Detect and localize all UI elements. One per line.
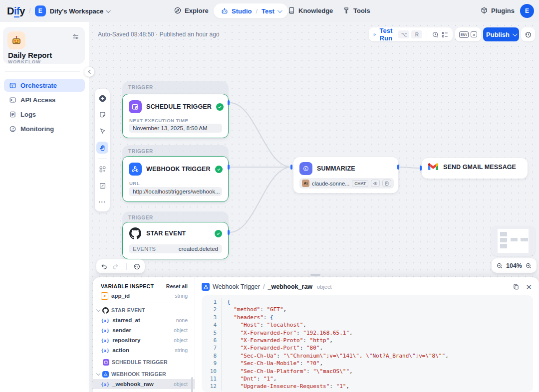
variable-name: app_id [111, 293, 172, 299]
anthropic-icon: A\ [302, 180, 309, 187]
monitoring-icon [9, 125, 16, 133]
code-line-8: 8 "Sec-Ch-Ua": "\"Chromium\";v=\"141\", … [202, 352, 533, 360]
close-icon[interactable]: ✕ [526, 283, 532, 291]
panel-drag-handle[interactable] [310, 274, 320, 276]
schedule-trigger-icon [103, 359, 109, 366]
variable-group-star-event[interactable]: STAR EVENT [93, 305, 195, 315]
variable-row-_webhook_raw[interactable]: {x}_webhook_rawobject [93, 379, 195, 389]
variable-rows: xapp_idstringSTAR EVENT{x}starred_atnone… [93, 291, 195, 389]
trigger-group-label: TRIGGER [128, 85, 153, 90]
zoom-control: 104% [492, 258, 537, 273]
logs-icon [9, 111, 16, 118]
nav-plugins[interactable]: Plugins [480, 6, 515, 14]
output-port[interactable] [228, 100, 230, 105]
code-line-6: 6 "X-Forwarded-Proto": "http", [202, 337, 533, 344]
variable-row-sender[interactable]: {x}senderobject [93, 325, 195, 335]
copy-icon [513, 283, 520, 290]
sidebar-item-api-access[interactable]: API Access [4, 93, 85, 106]
node-title: WEBHOOK TRIGGER [146, 166, 211, 173]
user-avatar[interactable]: E [520, 4, 534, 18]
json-code-viewer[interactable]: 1{2 "method": "GET",3 "headers": {4 "Hos… [202, 295, 533, 392]
variable-group-webhook-trigger[interactable]: WEBHOOK TRIGGER [93, 369, 195, 379]
breadcrumb-node[interactable]: Webhook Trigger [213, 283, 260, 290]
divider [5, 71, 80, 72]
variable-type: object [174, 337, 188, 343]
app-settings-button[interactable] [72, 33, 79, 40]
workspace-name[interactable]: Dify's Workspace [50, 7, 104, 15]
node-title: STAR EVENT [146, 230, 210, 237]
chevron-down-icon[interactable] [106, 8, 111, 13]
dify-logo[interactable]: Dify [7, 5, 25, 17]
breadcrumb-separator: / [29, 7, 31, 15]
code-line-11: 11 "Dnt": "1", [202, 375, 533, 383]
output-port[interactable] [228, 165, 230, 170]
reset-all-button[interactable]: Reset all [166, 283, 188, 289]
plugins-icon [480, 6, 488, 14]
undo-button[interactable] [100, 263, 108, 270]
output-port[interactable] [397, 165, 399, 170]
chevron-down-icon[interactable] [277, 8, 282, 13]
redo-button[interactable] [112, 263, 119, 270]
node-send-gmail-message[interactable]: SEND GMAIL MESSAGE [422, 158, 528, 179]
sidebar-item-logs[interactable]: Logs [4, 108, 85, 121]
field-label: NEXT EXECUTION TIME [129, 118, 188, 123]
minimap[interactable] [491, 226, 535, 256]
variable-type: string [175, 347, 188, 353]
trigger-group-star-event: TRIGGER STAR EVENT EVENTS created.delete… [122, 211, 229, 259]
copy-button[interactable] [513, 283, 520, 290]
redo-icon [112, 263, 119, 270]
variable-name: action [112, 347, 172, 353]
zoom-out-button[interactable] [496, 262, 503, 269]
node-title: SEND GMAIL MESSAGE [443, 164, 522, 171]
code-line-7: 7 "X-Forwarded-Port": "80", [202, 344, 533, 352]
variable-type: string [175, 293, 188, 299]
node-summarize[interactable]: SUMMARIZE A\ claude-sonne... CHAT [293, 157, 398, 193]
variable-row-action[interactable]: {x}actionstring [93, 345, 195, 355]
webhook-icon [102, 371, 109, 378]
variable-icon: {x} [101, 348, 109, 353]
change-history-button[interactable] [133, 263, 141, 270]
zoom-in-button[interactable] [525, 262, 532, 269]
variable-type: none [176, 317, 188, 323]
github-icon [102, 307, 109, 314]
chevron-left-icon [88, 70, 92, 74]
variable-row-starred_at[interactable]: {x}starred_atnone [93, 315, 195, 325]
sidebar-collapse-button[interactable] [84, 67, 94, 77]
app-name: Daily Report [8, 51, 52, 59]
app-card[interactable]: Daily Report [3, 27, 85, 64]
zoom-level[interactable]: 104% [506, 262, 522, 269]
nav-explore[interactable]: Explore [174, 6, 209, 14]
node-star-event[interactable]: STAR EVENT EVENTS created.deleted [122, 222, 229, 259]
variable-row-repository[interactable]: {x}repositoryobject [93, 335, 195, 345]
next-execution-value: November 13, 2025, 8:50 AM [129, 124, 222, 133]
code-line-1: 1{ [202, 298, 533, 306]
field-label: EVENTS [133, 246, 156, 252]
breadcrumb-variable: _webhook_raw [268, 283, 312, 290]
divider [101, 303, 187, 303]
model-selector[interactable]: A\ claude-sonne... CHAT [299, 178, 394, 189]
input-port[interactable] [420, 166, 422, 171]
nav-knowledge[interactable]: Knowledge [287, 6, 333, 14]
group-label: STAR EVENT [111, 307, 145, 313]
explore-icon [174, 6, 182, 14]
output-port[interactable] [228, 230, 230, 235]
variable-group-schedule-trigger[interactable]: SCHEDULE TRIGGER [93, 357, 195, 367]
sidebar-item-monitoring[interactable]: Monitoring [4, 122, 85, 135]
workspace-badge[interactable]: E [35, 5, 46, 16]
history-icon [133, 263, 141, 270]
variable-row-app_id[interactable]: xapp_idstring [93, 291, 195, 301]
chevron-down-icon [96, 371, 100, 375]
undo-icon [100, 263, 108, 270]
scrollbar[interactable] [191, 377, 193, 392]
sidebar-item-orchestrate[interactable]: Orchestrate [4, 79, 85, 92]
robot-icon [221, 7, 229, 15]
nav-studio[interactable]: Studio [232, 7, 252, 15]
node-schedule-trigger[interactable]: SCHEDULE TRIGGER NEXT EXECUTION TIME Nov… [122, 94, 229, 138]
trigger-group-schedule: TRIGGER SCHEDULE TRIGGER NEXT EXECUTION … [122, 81, 229, 139]
env-variable-icon: x [101, 292, 108, 300]
node-webhook-trigger[interactable]: WEBHOOK TRIGGER URL http://localhost/tri… [122, 156, 229, 202]
sliders-icon [72, 33, 79, 40]
nav-test-app[interactable]: Test [262, 7, 274, 15]
nav-tools[interactable]: Tools [342, 6, 370, 14]
input-port[interactable] [290, 165, 292, 170]
